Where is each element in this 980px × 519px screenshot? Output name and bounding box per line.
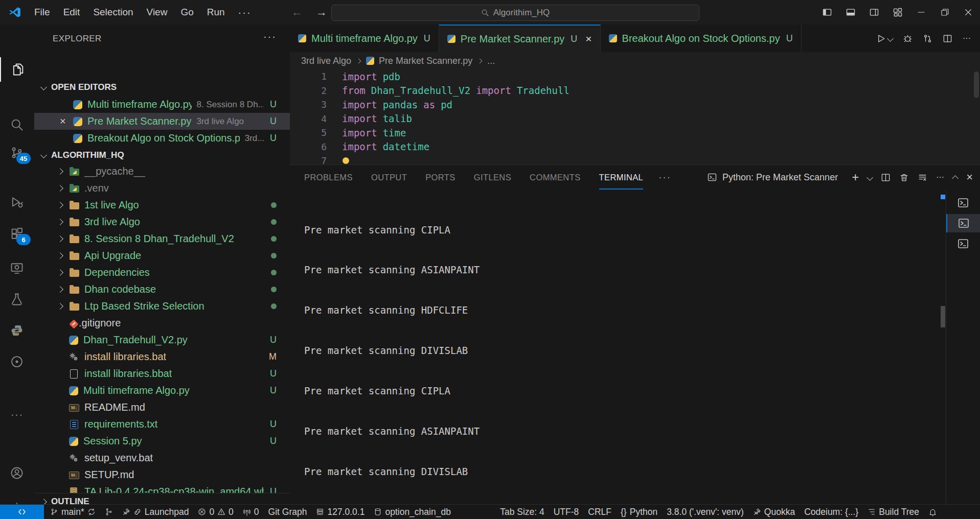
extension-circle-icon[interactable] (0, 349, 34, 374)
notifications-bell-icon[interactable] (924, 508, 941, 516)
toggle-panel-icon[interactable] (839, 0, 862, 25)
panel-more-icon[interactable]: ··· (936, 173, 944, 182)
launchpad-status[interactable]: Launchpad (118, 507, 193, 517)
remote-indicator[interactable] (0, 505, 44, 519)
search-view-icon[interactable] (0, 112, 34, 137)
remote-explorer-icon[interactable] (0, 256, 34, 280)
git-compare-icon[interactable] (923, 34, 932, 43)
panel-tabs-more-icon[interactable]: ··· (658, 172, 671, 183)
tree-item-folder[interactable]: Api Upgrade (34, 247, 290, 264)
explorer-icon[interactable] (0, 57, 35, 82)
menu-run[interactable]: Run (200, 0, 232, 25)
terminal-dropdown-icon[interactable] (867, 174, 873, 181)
section-open-editors[interactable]: OPEN EDITORS (34, 79, 290, 96)
terminal-output[interactable]: Pre market scanning CIPLA Pre market sca… (290, 190, 939, 505)
tab-pre-market-scanner[interactable]: Pre Market Scanner.py U × (439, 25, 601, 52)
panel-tab-comments[interactable]: COMMENTS (530, 165, 580, 190)
split-editor-icon[interactable] (943, 34, 952, 43)
extensions-icon[interactable]: 6 (0, 222, 34, 246)
close-tab-icon[interactable]: × (585, 33, 591, 45)
tree-item-folder[interactable]: 8. Session 8 Dhan_Tradehull_V2 (34, 230, 290, 247)
split-terminal-icon[interactable] (881, 173, 891, 182)
new-terminal-icon[interactable]: + (852, 170, 859, 184)
git-branch-status[interactable]: main* (46, 507, 100, 517)
tab-multi-timeframe[interactable]: Multi timeframe Algo.py U (290, 25, 439, 52)
section-project-root[interactable]: ALGORITHIM_HQ (34, 147, 290, 163)
problems-status[interactable]: 0 0 (194, 507, 237, 517)
menu-file[interactable]: File (28, 0, 57, 25)
forwarded-ports-status[interactable]: 0 (239, 507, 263, 517)
editor-scrollbar[interactable] (974, 72, 979, 98)
scrollbar-thumb[interactable] (941, 306, 945, 327)
tree-item-file[interactable]: install libraries.bbat U (34, 365, 290, 382)
tree-item-folder[interactable]: .venv (34, 180, 290, 197)
clear-terminal-icon[interactable] (918, 173, 927, 182)
build-tree-status[interactable]: Build Tree (863, 507, 923, 517)
command-center-search[interactable]: Algorithim_HQ (331, 5, 699, 21)
testing-icon[interactable] (0, 287, 34, 312)
menu-go[interactable]: Go (174, 0, 200, 25)
terminal-session-title[interactable]: Python: Pre Market Scanner (707, 172, 838, 183)
restore-icon[interactable] (933, 0, 956, 25)
tree-item-file[interactable]: M↓ SETUP.md (34, 466, 290, 483)
sql-database-status[interactable]: option_chain_db (370, 507, 454, 517)
breakpoint-dot-icon[interactable] (343, 157, 349, 164)
sql-host-status[interactable]: 127.0.0.1 (312, 507, 369, 517)
panel-tab-problems[interactable]: PROBLEMS (304, 165, 353, 190)
eol-status[interactable]: CRLF (584, 507, 616, 517)
kill-terminal-icon[interactable] (899, 173, 909, 182)
section-outline[interactable]: OUTLINE (34, 493, 290, 505)
explorer-actions-icon[interactable]: ··· (263, 31, 277, 42)
terminal-session-item[interactable] (946, 234, 980, 253)
tab-size-status[interactable]: Tab Size: 4 (496, 507, 549, 517)
editor-more-icon[interactable]: ··· (963, 34, 971, 43)
menu-more-icon[interactable]: ··· (232, 7, 258, 18)
tree-item-file[interactable]: M↓ README.md (34, 399, 290, 416)
tree-item-file[interactable]: Dhan_Tradehull_V2.py U (34, 332, 290, 348)
panel-tab-terminal[interactable]: TERMINAL (599, 165, 644, 190)
code-editor[interactable]: 1 importpdb 2 fromDhan_Tradehull_V2 impo… (290, 69, 973, 164)
toggle-secondary-sidebar-icon[interactable] (862, 0, 886, 25)
terminal-scrollbar[interactable] (939, 190, 946, 505)
tree-item-file[interactable]: requirements.txt U (34, 416, 290, 433)
maximize-panel-icon[interactable] (952, 175, 959, 182)
activity-more-icon[interactable]: ··· (0, 403, 34, 427)
tab-breakout-algo[interactable]: Breakout Algo on Stock Options.py U (601, 25, 802, 52)
language-mode-status[interactable]: {} Python (617, 507, 662, 517)
history-forward-icon[interactable]: → (316, 6, 327, 19)
open-editor-item[interactable]: Multi timeframe Algo.py 8. Session 8 Dh.… (34, 96, 290, 113)
minimize-icon[interactable] (909, 0, 933, 25)
source-control-icon[interactable]: 45 (0, 140, 34, 165)
close-editor-icon[interactable]: × (60, 115, 68, 127)
quokka-status[interactable]: Quokka (749, 507, 799, 517)
panel-tab-gitlens[interactable]: GITLENS (474, 165, 511, 190)
tree-item-folder[interactable]: 3rd live Algo (34, 214, 290, 230)
python-interpreter-status[interactable]: 3.8.0 ('.venv': venv) (663, 507, 748, 517)
close-panel-icon[interactable]: × (966, 171, 973, 184)
tree-item-file[interactable]: .gitignore (34, 315, 290, 332)
encoding-status[interactable]: UTF-8 (550, 507, 583, 517)
git-graph-status[interactable]: Git Graph (264, 507, 311, 517)
menu-edit[interactable]: Edit (57, 0, 87, 25)
gitlens-worktree-icon[interactable] (101, 508, 117, 516)
open-editor-item[interactable]: Breakout Algo on Stock Options.py 3rd...… (34, 130, 290, 147)
panel-tab-ports[interactable]: PORTS (425, 165, 455, 190)
tree-item-folder[interactable]: __pycache__ (34, 163, 290, 180)
tree-item-file[interactable]: setup_venv.bat (34, 450, 290, 466)
menu-view[interactable]: View (140, 0, 174, 25)
python-view-icon[interactable] (0, 318, 34, 343)
tree-item-file[interactable]: Session 5.py U (34, 433, 290, 450)
tree-item-folder[interactable]: Ltp Based Strike Selection (34, 298, 290, 315)
panel-tab-output[interactable]: OUTPUT (371, 165, 407, 190)
debug-icon[interactable] (903, 34, 913, 43)
breadcrumb[interactable]: 3rd live Algo Pre Market Scanner.py ... (290, 52, 980, 69)
customize-layout-icon[interactable] (886, 0, 909, 25)
tree-item-file[interactable]: Multi timeframe Algo.py U (34, 382, 290, 399)
run-python-file-icon[interactable] (876, 34, 893, 43)
run-debug-icon[interactable] (0, 190, 34, 215)
open-editor-item-active[interactable]: × Pre Market Scanner.py 3rd live Algo U (34, 113, 290, 130)
terminal-session-item[interactable] (946, 194, 980, 212)
tree-item-file[interactable]: install libraries.bat M (34, 348, 290, 365)
codeium-status[interactable]: Codeium: {...} (800, 507, 862, 517)
history-back-icon[interactable]: ← (291, 6, 303, 19)
